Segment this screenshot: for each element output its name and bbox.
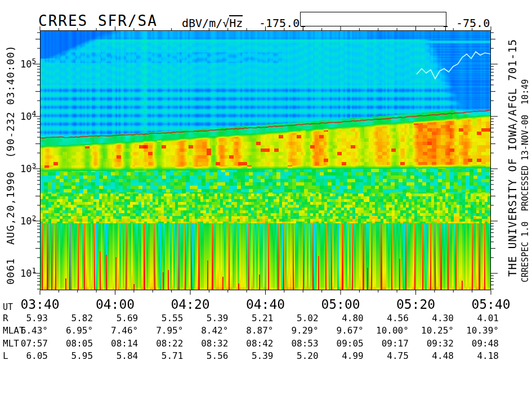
ephemeris-cell: 5.39 <box>181 313 228 323</box>
y-tick-label: 104 <box>20 109 36 122</box>
ephemeris-cell: 09:32 <box>406 338 454 349</box>
ephemeris-cell: 6.05 <box>1 350 48 361</box>
x-tick-label: 03:40 <box>15 297 65 312</box>
x-tick-label: 04:00 <box>90 297 141 312</box>
crres-spectrogram-page: CRRES SFR/SA dBV/m/√Hz -175.0 -75.0 0061… <box>0 0 532 405</box>
x-tick-label: 04:40 <box>240 297 291 312</box>
ephemeris-cell: 4.01 <box>451 313 499 323</box>
ephemeris-cell: 5.95 <box>46 350 93 361</box>
x-axis-label: UT <box>3 302 13 312</box>
ephemeris-cell: 10.00° <box>361 325 409 336</box>
ephemeris-cell: 5.02 <box>271 313 319 323</box>
ephemeris-cell: 09:17 <box>361 338 409 349</box>
ephemeris-cell: 4.30 <box>406 313 454 323</box>
ephemeris-cell: 4.75 <box>361 350 409 361</box>
x-tick-label: 04:20 <box>165 297 216 312</box>
ephemeris-cell: 7.46° <box>91 325 138 336</box>
ephemeris-cell: 8.87° <box>226 325 274 336</box>
ephemeris-cell: 4.99 <box>316 350 364 361</box>
ephemeris-cell: 10.25° <box>406 325 454 336</box>
ephemeris-cell: 5.39 <box>226 350 274 361</box>
y-tick-label: 105 <box>20 57 36 70</box>
ephemeris-cell: 08:53 <box>271 338 319 349</box>
ephemeris-cell: 8.42° <box>181 325 228 336</box>
ephemeris-cell: 08:22 <box>136 338 183 349</box>
ephemeris-cell: 6.95° <box>46 325 93 336</box>
ephemeris-cell: 6.43° <box>1 325 48 336</box>
ephemeris-cell: 4.48 <box>406 350 454 361</box>
y-tick-label: 102 <box>20 214 36 227</box>
ephemeris-cell: 5.93 <box>1 313 48 323</box>
y-tick-label: 103 <box>20 161 36 174</box>
ephemeris-cell: 5.71 <box>136 350 183 361</box>
ephemeris-cell: 9.29° <box>271 325 319 336</box>
ephemeris-cell: 09:48 <box>451 338 499 349</box>
left-axis-annotation: 0061 AUG,20,1990 (90-232 03:40:00) <box>5 45 16 285</box>
x-tick-label: 05:40 <box>466 297 516 312</box>
ephemeris-cell: 09:05 <box>316 338 364 349</box>
ephemeris-cell: 08:32 <box>181 338 228 349</box>
x-tick-label: 05:00 <box>315 297 366 312</box>
ephemeris-cell: 9.67° <box>316 325 364 336</box>
ephemeris-cell: 7.95° <box>136 325 183 336</box>
ephemeris-cell: 5.21 <box>226 313 274 323</box>
ephemeris-cell: 07:57 <box>1 338 48 349</box>
x-tick-label: 05:20 <box>391 297 441 312</box>
ephemeris-cell: 5.82 <box>46 313 93 323</box>
right-annotation-institution: THE UNIVERSITY OF IOWA/AFGL 701-15 <box>506 39 518 277</box>
ephemeris-cell: 08:05 <box>46 338 93 349</box>
right-annotation-processing: CRRESPEC 1.0 PROCESSED 13-NOV-00 10:49 <box>520 79 530 282</box>
ephemeris-cell: 08:42 <box>226 338 274 349</box>
ephemeris-cell: 08:14 <box>91 338 138 349</box>
ephemeris-cell: 5.55 <box>136 313 183 323</box>
y-tick-label: 101 <box>20 266 36 279</box>
ephemeris-cell: 4.18 <box>451 350 499 361</box>
ephemeris-cell: 5.56 <box>181 350 228 361</box>
ephemeris-cell: 5.84 <box>91 350 138 361</box>
ephemeris-cell: 5.20 <box>271 350 319 361</box>
ephemeris-cell: 4.80 <box>316 313 364 323</box>
ephemeris-cell: 10.39° <box>451 325 499 336</box>
ephemeris-cell: 5.69 <box>91 313 138 323</box>
ephemeris-cell: 4.56 <box>361 313 409 323</box>
